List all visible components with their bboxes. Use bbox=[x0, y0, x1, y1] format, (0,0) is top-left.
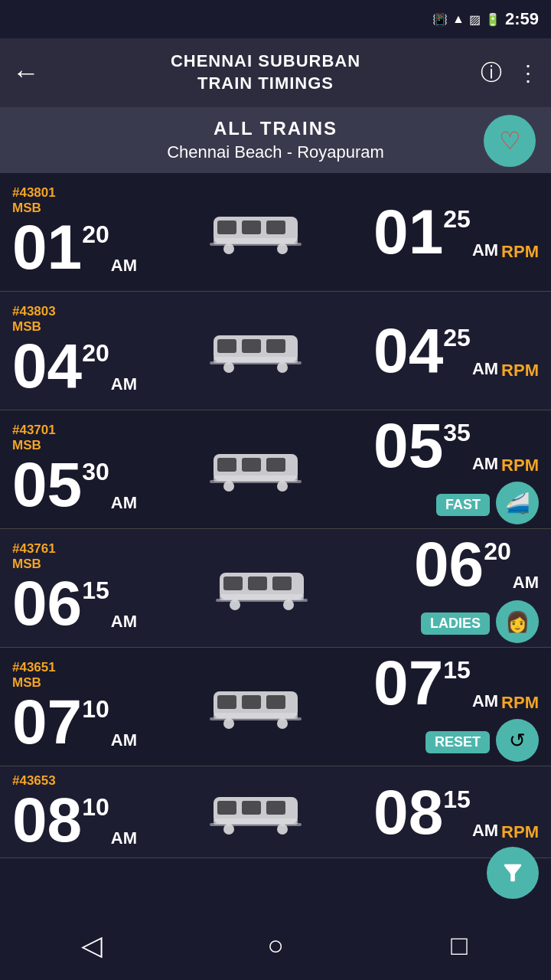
train-icon-center bbox=[137, 324, 373, 377]
header: ← Chennai Suburban Train Timings ⓘ ⋮ bbox=[0, 38, 551, 107]
train-row[interactable]: #43651 MSB 0710AM 0715AMRPM R bbox=[0, 648, 551, 766]
train-number: #43803 bbox=[12, 304, 56, 319]
svg-rect-43 bbox=[266, 801, 285, 815]
train-arrival-info: 0815AMRPM bbox=[373, 781, 539, 844]
svg-rect-26 bbox=[248, 577, 267, 590]
status-time: 2:59 bbox=[505, 9, 539, 29]
nav-back-button[interactable]: ◁ bbox=[69, 923, 115, 969]
train-row[interactable]: #43803 MSB 0420AM 0425AMRPM bbox=[0, 292, 551, 410]
signal-icon: ▨ bbox=[469, 12, 481, 27]
train-arrival-info: 0715AMRPM RESET ↺ bbox=[373, 652, 539, 762]
filter-icon bbox=[500, 860, 526, 886]
arrival-time: 0425AMRPM bbox=[373, 319, 539, 382]
route-label: Chennai Beach - Royapuram bbox=[12, 142, 539, 162]
train-arrival-info: 0620AMRPM LADIES 👩 bbox=[386, 533, 539, 643]
filter-button[interactable] bbox=[487, 847, 539, 899]
arrival-time: 0125AMRPM bbox=[373, 201, 539, 263]
train-number: #43651 bbox=[12, 660, 56, 675]
departure-time: 0420AM bbox=[12, 335, 137, 397]
ladies-badge[interactable]: LADIES bbox=[421, 612, 490, 635]
svg-rect-34 bbox=[242, 695, 261, 709]
train-icon bbox=[216, 561, 308, 615]
departure-time: 0530AM bbox=[12, 453, 137, 516]
nav-home-button[interactable]: ○ bbox=[253, 923, 298, 969]
departure-time: 0120AM bbox=[12, 216, 137, 279]
nav-recents-button[interactable]: □ bbox=[436, 923, 482, 969]
fast-train-icon[interactable]: 🚄 bbox=[496, 482, 539, 524]
arrival-time: 0535AMRPM bbox=[373, 414, 539, 477]
back-button[interactable]: ← bbox=[12, 57, 51, 89]
header-actions: ⓘ ⋮ bbox=[481, 58, 539, 87]
destination-label: RPM bbox=[501, 694, 539, 711]
train-departure-info: #43801 MSB 0120AM bbox=[12, 185, 137, 279]
menu-button[interactable]: ⋮ bbox=[517, 60, 539, 86]
favorite-button[interactable]: ♡ bbox=[484, 115, 536, 167]
svg-rect-27 bbox=[272, 577, 292, 590]
train-number: #43801 bbox=[12, 185, 56, 201]
train-number: #43761 bbox=[12, 541, 56, 557]
svg-rect-23 bbox=[210, 480, 302, 483]
train-row[interactable]: #43801 MSB 0120AM 0125AMRPM bbox=[0, 173, 551, 292]
arrival-time: 0815AMRPM bbox=[373, 781, 539, 844]
svg-rect-47 bbox=[210, 823, 302, 826]
svg-rect-9 bbox=[217, 339, 236, 353]
train-number: #43701 bbox=[12, 423, 56, 438]
info-button[interactable]: ⓘ bbox=[481, 58, 502, 87]
svg-rect-31 bbox=[216, 599, 308, 602]
svg-rect-19 bbox=[266, 458, 285, 472]
svg-rect-18 bbox=[242, 458, 261, 472]
train-departure-info: #43803 MSB 0420AM bbox=[12, 304, 137, 397]
destination-label: RPM bbox=[501, 824, 539, 841]
ladies-icon[interactable]: 👩 bbox=[496, 600, 539, 643]
svg-rect-11 bbox=[266, 339, 285, 353]
svg-rect-42 bbox=[242, 801, 261, 815]
reset-badge[interactable]: RESET bbox=[425, 731, 490, 753]
svg-rect-1 bbox=[217, 220, 236, 234]
train-icon bbox=[210, 443, 302, 496]
destination-label: RPM bbox=[501, 243, 539, 260]
train-departure-info: #43651 MSB 0710AM bbox=[12, 660, 137, 753]
all-trains-label: ALL TRAINS bbox=[12, 118, 539, 139]
departure-time: 0710AM bbox=[12, 691, 137, 753]
svg-rect-41 bbox=[217, 801, 236, 815]
train-icon bbox=[210, 324, 302, 377]
train-list: #43801 MSB 0120AM 0125AMRPM bbox=[0, 173, 551, 916]
arrival-time: 0620AMRPM bbox=[414, 533, 539, 596]
vibrate-icon: 📳 bbox=[432, 12, 448, 27]
train-icon bbox=[210, 680, 302, 733]
train-icon-center bbox=[137, 680, 373, 733]
train-row[interactable]: #43701 MSB 0530AM 0535AMRPM F bbox=[0, 410, 551, 529]
train-icon-center bbox=[137, 561, 386, 615]
train-row[interactable]: #43761 MSB 0615AM 0620AMRPM L bbox=[0, 529, 551, 648]
train-icon bbox=[210, 786, 302, 839]
svg-rect-10 bbox=[242, 339, 261, 353]
train-icon-center bbox=[137, 786, 373, 839]
status-icons: 📳 ▲ ▨ 🔋 2:59 bbox=[432, 9, 539, 29]
train-departure-info: #43701 MSB 0530AM bbox=[12, 423, 137, 516]
svg-rect-39 bbox=[210, 717, 302, 720]
train-icon-center bbox=[137, 443, 373, 496]
heart-icon: ♡ bbox=[499, 126, 521, 155]
fast-badge[interactable]: FAST bbox=[436, 494, 490, 516]
train-icon bbox=[210, 205, 302, 259]
svg-rect-3 bbox=[266, 220, 285, 234]
svg-rect-15 bbox=[210, 361, 302, 364]
svg-rect-35 bbox=[266, 695, 285, 709]
svg-rect-17 bbox=[217, 458, 236, 472]
sub-header: ALL TRAINS Chennai Beach - Royapuram ♡ bbox=[0, 107, 551, 173]
arrival-time: 0715AMRPM bbox=[373, 652, 539, 714]
train-arrival-info: 0535AMRPM FAST 🚄 bbox=[373, 414, 539, 524]
status-bar: 📳 ▲ ▨ 🔋 2:59 bbox=[0, 0, 551, 38]
reset-icon[interactable]: ↺ bbox=[496, 719, 539, 762]
navigation-bar: ◁ ○ □ bbox=[0, 911, 551, 980]
destination-label: RPM bbox=[501, 457, 539, 474]
wifi-icon: ▲ bbox=[452, 12, 465, 26]
departure-time: 0810AM bbox=[12, 789, 137, 851]
train-row[interactable]: #43653 0810AM 0815AMRPM bbox=[0, 766, 551, 858]
train-departure-info: #43761 MSB 0615AM bbox=[12, 541, 137, 635]
departure-time: 0615AM bbox=[12, 572, 137, 635]
battery-icon: 🔋 bbox=[485, 12, 500, 27]
train-departure-info: #43653 0810AM bbox=[12, 773, 137, 851]
svg-rect-25 bbox=[223, 577, 243, 590]
svg-rect-7 bbox=[210, 243, 302, 246]
